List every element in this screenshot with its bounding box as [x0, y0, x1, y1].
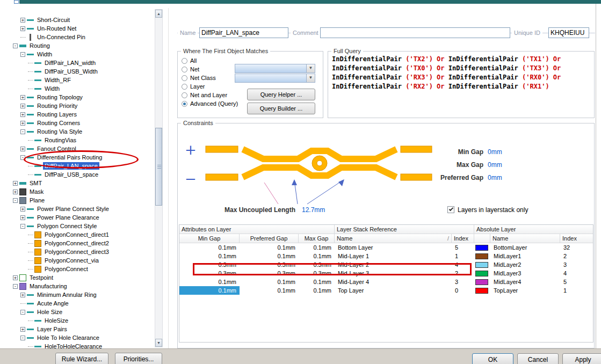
min-gap-value[interactable]: 0mm [488, 148, 502, 156]
expand-icon[interactable]: + [20, 95, 25, 100]
tree-item[interactable]: Acute Angle [0, 299, 155, 308]
table-cell-max_gap[interactable]: 0.1mm [299, 278, 335, 286]
tree-item-label[interactable]: Power Plane Connect Style [35, 205, 111, 213]
tree-item-label[interactable]: SMT [28, 179, 44, 187]
table-cell-max_gap[interactable]: 0.1mm [299, 286, 335, 295]
tree-item[interactable]: PolygonConnect_direct1 [0, 230, 155, 239]
expand-icon[interactable]: + [20, 147, 25, 151]
table-cell-preferred_gap[interactable]: 0.1mm [240, 278, 299, 286]
tree-item[interactable]: DiffPair_USB_space [0, 170, 155, 179]
tree-item[interactable]: +SMT [0, 179, 155, 187]
table-cell-abs_index[interactable]: 4 [560, 269, 593, 278]
expand-icon[interactable]: + [20, 121, 25, 126]
table-cell-stack_index[interactable]: 2 [452, 269, 474, 278]
table-cell-stack_index[interactable]: 1 [452, 252, 474, 260]
tree-item[interactable]: +Testpoint [0, 273, 155, 282]
scroll-down-icon[interactable]: ▼ [155, 339, 162, 347]
tree-item-label[interactable]: Hole Size [35, 308, 64, 316]
collapse-icon[interactable]: - [13, 198, 18, 203]
layers-in-layerstack-checkbox[interactable] [447, 206, 454, 213]
table-cell-min_gap[interactable]: 0.1mm [179, 278, 240, 286]
collapse-icon[interactable]: - [20, 310, 25, 315]
tree-item-label[interactable]: DiffPair_USB_space [43, 171, 100, 178]
expand-icon[interactable]: + [20, 112, 25, 117]
column-header-cell[interactable]: Name/ [335, 234, 452, 243]
name-input[interactable] [199, 27, 288, 38]
table-cell-stack_index[interactable]: 4 [452, 260, 474, 269]
table-cell-stack_name[interactable]: Mid-Layer 3 [335, 269, 452, 278]
tree-item-label[interactable]: Mask [28, 188, 45, 195]
expand-icon[interactable]: + [20, 293, 25, 297]
radio-icon[interactable] [182, 58, 187, 64]
table-cell-max_gap[interactable]: 0.1mm [299, 252, 335, 260]
table-cell-preferred_gap[interactable]: 0.3mm [240, 269, 299, 278]
expand-icon[interactable]: + [13, 275, 18, 280]
tree-item[interactable]: DiffPair_LAN_width [0, 59, 155, 67]
table-cell-preferred_gap[interactable]: 0.1mm [240, 252, 299, 260]
tree-item[interactable]: +Power Plane Clearance [0, 213, 155, 222]
radio-option[interactable]: Layer [182, 82, 246, 91]
tree-item-label[interactable]: Routing Priority [35, 102, 79, 110]
tree-item-label[interactable]: Short-Circuit [35, 16, 71, 24]
table-cell-stack_name[interactable]: Top Layer [335, 286, 452, 295]
tree-item-label[interactable]: Minimum Annular Ring [35, 291, 98, 299]
tree-item-label[interactable]: PolygonConnect_direct2 [43, 239, 111, 247]
table-row[interactable]: 0.1mm0.1mm0.1mmBottom Layer5BottomLayer3… [179, 243, 593, 252]
priorities-button[interactable]: Priorities... [115, 353, 162, 364]
preferred-gap-value[interactable]: 0mm [488, 174, 502, 181]
tree-item[interactable]: Width_RF [0, 76, 155, 84]
table-cell-stack_index[interactable]: 0 [452, 286, 474, 295]
tree-item[interactable]: +Routing Layers [0, 110, 155, 119]
tree-item[interactable]: -Differential Pairs Routing [0, 153, 155, 162]
table-cell-min_gap[interactable]: 0.3mm [179, 260, 240, 269]
table-cell-abs_name[interactable]: BottomLayer [490, 243, 560, 252]
tree-item[interactable]: -Manufacturing [0, 282, 155, 290]
tree-item[interactable]: +Routing Priority [0, 101, 155, 110]
net-class-combo[interactable]: ▼ [235, 74, 315, 83]
tree-item-label[interactable]: Plane [28, 196, 46, 204]
tree-item-label[interactable]: Layer Pairs [35, 325, 69, 333]
column-header-cell[interactable]: Index [452, 234, 474, 243]
table-cell-abs_index[interactable]: 5 [560, 278, 593, 286]
radio-icon[interactable] [182, 101, 187, 107]
query-helper-button[interactable]: Query Helper ... [247, 89, 315, 100]
tree-item-label[interactable]: Power Plane Clearance [35, 214, 101, 221]
tree-item[interactable]: -Polygon Connect Style [0, 222, 155, 230]
radio-icon[interactable] [182, 92, 187, 98]
radio-option[interactable]: Advanced (Query) [182, 99, 246, 108]
tree-item-label[interactable]: HoleSize [43, 317, 70, 324]
tree-item-label[interactable]: Hole To Hole Clearance [35, 334, 101, 341]
expand-icon[interactable]: + [13, 190, 18, 194]
ok-button[interactable]: OK [472, 353, 513, 364]
expand-icon[interactable]: + [20, 207, 25, 212]
tree-item[interactable]: +Layer Pairs [0, 325, 155, 333]
tree-item-label[interactable]: DiffPair_LAN_width [43, 59, 97, 67]
table-cell-abs_index[interactable]: 1 [560, 286, 593, 295]
tree-item-label[interactable]: PolygonConnect [43, 265, 90, 273]
tree-item[interactable]: -Routing Via Style [0, 127, 155, 136]
expand-icon[interactable]: + [13, 181, 18, 186]
radio-icon[interactable] [182, 84, 187, 90]
tree-item-label[interactable]: Routing Via Style [35, 128, 84, 135]
tree-item-label[interactable]: Polygon Connect Style [35, 222, 98, 230]
tree-item-label[interactable]: Routing Corners [35, 119, 82, 127]
tree-item-label[interactable]: RoutingVias [43, 136, 78, 144]
table-row[interactable]: 0.3mm0.3mm0.3mmMid-Layer 24MidLayer23 [179, 260, 593, 269]
table-cell-abs_name[interactable]: MidLayer2 [490, 260, 560, 269]
tree-item[interactable]: -Width [0, 50, 155, 59]
table-cell-max_gap[interactable]: 0.3mm [299, 260, 335, 269]
tree-item[interactable]: +Power Plane Connect Style [0, 205, 155, 213]
radio-icon[interactable] [182, 67, 187, 72]
table-cell-preferred_gap[interactable]: 0.1mm [240, 243, 299, 252]
table-cell-min_gap[interactable]: 0.1mm [179, 252, 240, 260]
tree-item[interactable]: +Short-Circuit [0, 16, 155, 24]
table-row[interactable]: 0.1mm0.1mm0.1mmTop Layer0TopLayer1 [179, 286, 593, 295]
tree-item[interactable]: -Routing [0, 41, 155, 50]
table-cell-preferred_gap[interactable]: 0.3mm [240, 260, 299, 269]
tree-item[interactable]: +Routing Corners [0, 119, 155, 127]
tree-item[interactable]: PolygonConnect_direct3 [0, 247, 155, 256]
table-cell-stack_name[interactable]: Bottom Layer [335, 243, 452, 252]
expand-icon[interactable]: + [20, 215, 25, 220]
tree-item-label[interactable]: Width [35, 50, 54, 58]
tree-item[interactable]: +Routing Topology [0, 93, 155, 101]
